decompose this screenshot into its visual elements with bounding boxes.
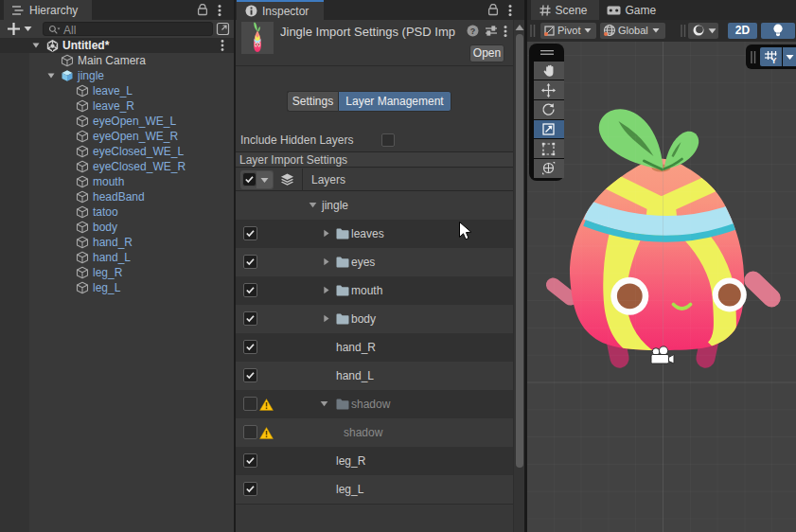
svg-text:?: ?: [470, 27, 476, 36]
svg-text:Y: Y: [771, 56, 777, 64]
